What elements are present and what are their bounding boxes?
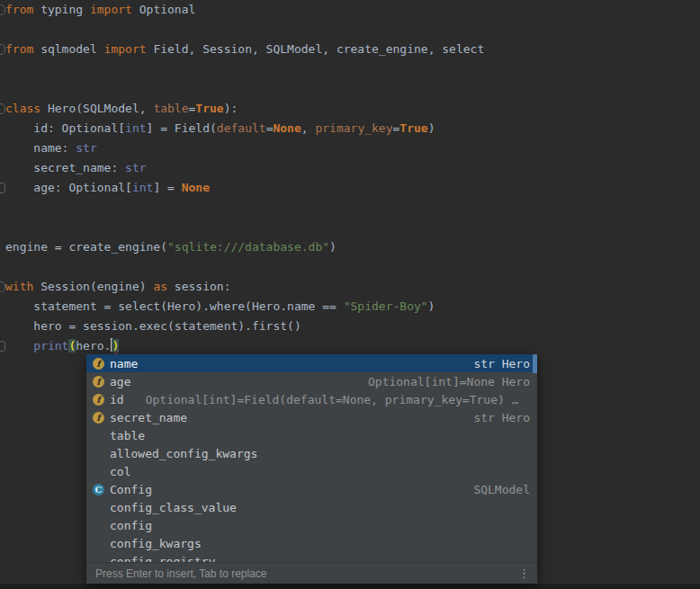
- completion-item-label: secret_name: [110, 411, 187, 424]
- completion-item-secret_name[interactable]: fsecret_namestr Hero: [86, 408, 537, 426]
- field-icon: f: [93, 358, 104, 370]
- code-line-2: [5, 20, 700, 40]
- completion-item-config_registry[interactable]: config_registry: [86, 552, 537, 562]
- completion-item-label: config: [110, 519, 152, 532]
- completion-item-label: table: [110, 429, 145, 442]
- completion-item-config_kwargs[interactable]: config_kwargs: [86, 534, 537, 552]
- completion-popup: fnamestr HerofageOptional[int]=None Hero…: [86, 354, 537, 584]
- completion-item-signature: Optional[int]=Field(default=None, primar…: [146, 393, 519, 406]
- completion-item-label: config_registry: [110, 555, 215, 563]
- code-line-4: [5, 59, 700, 79]
- completion-item-Config[interactable]: CConfigSQLModel: [86, 480, 537, 498]
- code-line-1: from typing import Optional: [5, 0, 700, 20]
- code-line-17: hero = session.exec(statement).first(): [5, 317, 700, 336]
- completion-item-type-hint: str Hero: [473, 357, 530, 370]
- completion-footer: Press Enter to insert, Tab to replace ⋮: [86, 562, 537, 584]
- completion-list[interactable]: fnamestr HerofageOptional[int]=None Hero…: [86, 354, 537, 562]
- code-line-6: class Hero(SQLModel, table=True):: [5, 99, 700, 119]
- code-line-18: print(hero.): [5, 336, 700, 356]
- code-line-3: from sqlmodel import Field, Session, SQL…: [5, 40, 700, 59]
- completion-item-type-hint: SQLModel: [473, 483, 530, 496]
- completion-item-label: config_class_value: [110, 501, 237, 514]
- code-line-8: name: str: [5, 138, 700, 158]
- completion-item-label: id: [110, 393, 124, 406]
- completion-item-col[interactable]: col: [86, 462, 537, 480]
- gutter-icon[interactable]: [0, 341, 5, 352]
- code-line-16: statement = select(Hero).where(Hero.name…: [5, 297, 700, 317]
- code-line-13: engine = create_engine("sqlite:///databa…: [5, 237, 700, 257]
- field-icon: f: [93, 394, 104, 406]
- completion-item-label: Config: [110, 483, 152, 496]
- completion-item-type-hint: str Hero: [473, 411, 530, 424]
- completion-item-label: age: [110, 375, 130, 388]
- code-line-12: [5, 218, 700, 237]
- completion-footer-hint: Press Enter to insert, Tab to replace: [95, 567, 267, 580]
- completion-item-label: config_kwargs: [110, 537, 202, 550]
- code-line-15: with Session(engine) as session:: [5, 277, 700, 297]
- code-line-14: [5, 257, 700, 277]
- completion-item-allowed_config_kwargs[interactable]: allowed_config_kwargs: [86, 444, 537, 462]
- completion-item-type-hint: Optional[int]=None Hero: [368, 375, 530, 388]
- code-line-10: age: Optional[int] = None: [5, 178, 700, 198]
- completion-item-config_class_value[interactable]: config_class_value: [86, 498, 537, 516]
- code-line-11: [5, 198, 700, 218]
- code-line-7: id: Optional[int] = Field(default=None, …: [5, 119, 700, 138]
- popup-scrollbar-thumb[interactable]: [533, 354, 537, 373]
- completion-item-label: col: [110, 465, 130, 478]
- completion-item-age[interactable]: fageOptional[int]=None Hero: [86, 372, 537, 390]
- editor-bottom-edge: [0, 584, 700, 589]
- completion-item-label: name: [110, 357, 138, 370]
- more-options-icon[interactable]: ⋮: [518, 567, 530, 580]
- completion-item-table[interactable]: table: [86, 426, 537, 444]
- field-icon: f: [93, 412, 104, 424]
- field-icon: f: [93, 376, 104, 388]
- gutter-icon[interactable]: [0, 183, 5, 193]
- code-line-9: secret_name: str: [5, 158, 700, 178]
- completion-item-label: allowed_config_kwargs: [110, 447, 257, 460]
- completion-item-id[interactable]: fidOptional[int]=Field(default=None, pri…: [86, 390, 537, 408]
- completion-item-config[interactable]: config: [86, 516, 537, 534]
- completion-item-name[interactable]: fnamestr Hero: [86, 354, 537, 372]
- class-icon: C: [93, 484, 104, 495]
- code-line-5: [5, 79, 700, 99]
